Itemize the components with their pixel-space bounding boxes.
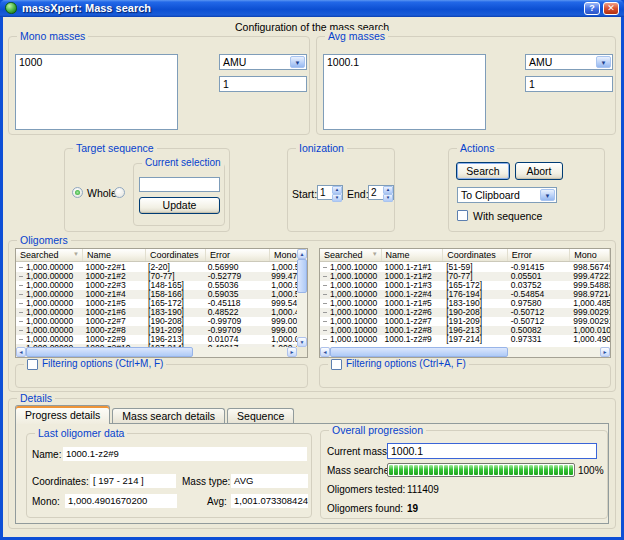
progress-segment xyxy=(549,465,553,475)
destination-select[interactable]: To Clipboard ▼ xyxy=(457,187,557,203)
avg-unit-select[interactable]: AMU ▼ xyxy=(525,54,613,70)
table-row[interactable]: 1,000.000001000-z1#2[70-77]-0.52779999.4… xyxy=(16,272,297,281)
mass-type-label: Mass type: xyxy=(182,476,230,487)
search-button[interactable]: Search xyxy=(456,162,510,180)
table-row[interactable]: 1,000.000001000-z2#8[191-209]-0.99709999… xyxy=(16,326,297,335)
mono-masses-input[interactable]: 1000 xyxy=(15,54,178,130)
column-header-mono[interactable]: Mono xyxy=(570,249,610,261)
table-row[interactable]: 1,000.000001000-z2#9[196-213]0.010741,00… xyxy=(16,335,297,344)
tab-sequence[interactable]: Sequence xyxy=(227,408,294,424)
scrollbar-thumb[interactable] xyxy=(297,259,307,293)
progress-segment xyxy=(504,465,508,475)
scroll-down-icon[interactable]: ▼ xyxy=(297,337,307,347)
spin-down-icon[interactable]: ▼ xyxy=(332,194,342,202)
table-row[interactable]: 1,000.000001000-z2#3[148-165]0.550361,00… xyxy=(16,281,297,290)
progress-segment xyxy=(404,465,408,475)
current-mass-input[interactable] xyxy=(387,443,597,459)
column-header-searched[interactable]: Searched▼ xyxy=(320,249,382,261)
progress-segment xyxy=(484,465,488,475)
progress-segment xyxy=(544,465,548,475)
oligomer-table-mono[interactable]: Searched▼NameCoordinatesErrorMono1,000.0… xyxy=(15,248,308,358)
progress-segment xyxy=(494,465,498,475)
table-row[interactable]: 1,000.100001000.1-z2#4[176-194]-0.548549… xyxy=(320,290,610,299)
current-selection-group: Current selection Update xyxy=(133,163,225,226)
table-row[interactable]: 1,000.000001000-z1#4[158-166]0.590351,00… xyxy=(16,290,297,299)
close-button[interactable]: ✕ xyxy=(603,2,619,15)
details-tabbar: Progress details Mass search details Seq… xyxy=(15,404,296,424)
column-header-mono[interactable]: Mono xyxy=(270,249,299,261)
chevron-down-icon[interactable]: ▼ xyxy=(540,189,555,201)
details-label: Details xyxy=(17,392,55,404)
table-row[interactable]: 1,000.100001000.1-z2#8[196-213]0.500821,… xyxy=(320,326,610,335)
whole-radio-label: Whole xyxy=(87,187,117,199)
tree-branch-icon xyxy=(19,267,23,268)
dialog-content: Configuration of the mass search Mono ma… xyxy=(3,17,621,537)
scroll-up-icon[interactable]: ▲ xyxy=(297,249,307,259)
vertical-scrollbar[interactable]: ▲▼ xyxy=(297,249,307,347)
horizontal-scrollbar[interactable]: ◄► xyxy=(16,347,297,357)
tree-branch-icon xyxy=(323,330,327,331)
table-row[interactable]: 1,000.000001000-z2#7[190-208]-0.99709999… xyxy=(16,317,297,326)
chevron-down-icon[interactable]: ▼ xyxy=(290,56,305,68)
oligomer-table-avg[interactable]: Searched▼NameCoordinatesErrorMono1,000.1… xyxy=(319,248,611,358)
update-button[interactable]: Update xyxy=(139,197,220,214)
scrollbar-thumb[interactable] xyxy=(330,347,508,357)
mass-search-window: massXpert: Mass search ? ✕ Configuration… xyxy=(0,0,624,540)
table-row[interactable]: 1,000.000001000-z1#5[165-172]-0.45118999… xyxy=(16,299,297,308)
column-header-error[interactable]: Error xyxy=(508,249,571,261)
column-header-coordinates[interactable]: Coordinates xyxy=(146,249,206,261)
table-row[interactable]: 1,000.100001000.1-z1#1[51-59]-0.91415998… xyxy=(320,263,610,272)
spin-up-icon[interactable]: ▲ xyxy=(332,186,342,194)
titlebar[interactable]: massXpert: Mass search ? ✕ xyxy=(0,0,624,17)
mono-unit-select[interactable]: AMU ▼ xyxy=(219,54,307,70)
table-row[interactable]: 1,000.100001000.1-z2#7[191-209]-0.507129… xyxy=(320,317,610,326)
mono-tolerance-input[interactable] xyxy=(219,76,307,92)
mono-masses-group: Mono masses 1000 AMU ▼ xyxy=(8,36,310,135)
spin-down-icon[interactable]: ▼ xyxy=(383,194,393,202)
current-selection-input[interactable] xyxy=(139,177,220,192)
help-button[interactable]: ? xyxy=(584,2,600,15)
filter-avg-checkbox[interactable] xyxy=(331,359,342,370)
filter-mono-checkbox[interactable] xyxy=(27,359,38,370)
tab-progress-details[interactable]: Progress details xyxy=(15,405,110,424)
scroll-right-icon[interactable]: ► xyxy=(600,347,610,357)
tab-mass-search-details[interactable]: Mass search details xyxy=(112,408,225,424)
table-row[interactable]: 1,000.100001000.1-z2#9[197-214]0.973311,… xyxy=(320,335,610,344)
column-header-coordinates[interactable]: Coordinates xyxy=(443,249,508,261)
table-row[interactable]: 1,000.100001000.1-z1#2[70-77]0.05501999.… xyxy=(320,272,610,281)
scroll-left-icon[interactable]: ◄ xyxy=(320,347,330,357)
column-header-error[interactable]: Error xyxy=(206,249,270,261)
scrollbar-thumb[interactable] xyxy=(26,347,193,357)
scroll-left-icon[interactable]: ◄ xyxy=(16,347,26,357)
whole-radio[interactable] xyxy=(72,187,83,198)
spin-up-icon[interactable]: ▲ xyxy=(383,186,393,194)
avg-tolerance-input[interactable] xyxy=(525,76,613,92)
scroll-right-icon[interactable]: ► xyxy=(287,347,297,357)
column-header-name[interactable]: Name xyxy=(382,249,444,261)
avg-masses-label: Avg masses xyxy=(325,30,388,42)
table-row[interactable]: 1,000.100001000.1-z1#5[183-190]0.975801,… xyxy=(320,299,610,308)
chevron-down-icon[interactable]: ▼ xyxy=(596,56,611,68)
table-row[interactable]: 1,000.000001000-z2#1[2-20]0.569901,000.5… xyxy=(16,263,297,272)
abort-button[interactable]: Abort xyxy=(515,162,563,180)
tree-branch-icon xyxy=(323,276,327,277)
table-row[interactable]: 1,000.100001000.1-z1#3[165-172]0.0375299… xyxy=(320,281,610,290)
column-header-name[interactable]: Name xyxy=(83,249,146,261)
tree-branch-icon xyxy=(19,303,23,304)
overall-progression-group: Overall progression Current mass: Mass s… xyxy=(320,430,608,519)
table-row[interactable]: 1,000.000001000-z1#6[183-190]0.485221,00… xyxy=(16,308,297,317)
table-row[interactable]: 1,000.100001000.1-z2#6[190-208]-0.507129… xyxy=(320,308,610,317)
end-spinner[interactable]: 2 ▲ ▼ xyxy=(368,185,394,200)
horizontal-scrollbar[interactable]: ◄► xyxy=(320,347,610,357)
avg-masses-input[interactable]: 1000.1 xyxy=(323,54,486,130)
selection-radio[interactable] xyxy=(114,187,125,198)
oligomers-tested-label: Oligomers tested: xyxy=(327,484,405,495)
filter-group-mono: Filtering options (Ctrl+M, F) xyxy=(15,364,308,388)
with-sequence-checkbox[interactable] xyxy=(457,210,468,221)
column-header-searched[interactable]: Searched▼ xyxy=(16,249,83,261)
progress-segment xyxy=(469,465,473,475)
table-header: Searched▼NameCoordinatesErrorMono xyxy=(16,249,307,262)
tree-branch-icon xyxy=(19,312,23,313)
start-spinner[interactable]: 1 ▲ ▼ xyxy=(317,185,343,200)
tree-branch-icon xyxy=(323,312,327,313)
